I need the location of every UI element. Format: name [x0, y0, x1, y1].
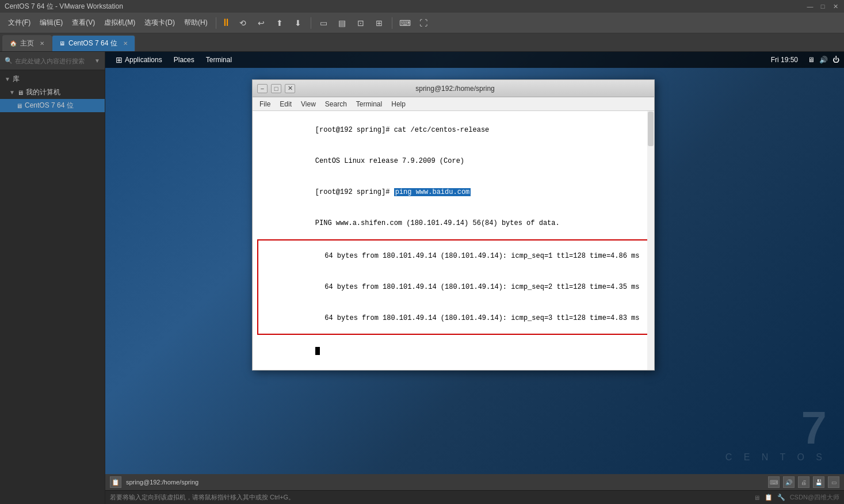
gnome-terminal-menu[interactable]: Terminal: [200, 54, 238, 66]
search-input[interactable]: [15, 58, 92, 64]
term-line-7: 64 bytes from 180.101.49.14 (180.101.49.…: [258, 303, 648, 334]
sidebar-search[interactable]: 🔍 ▼: [0, 52, 105, 70]
gnome-status-icons: 🖥 🔊 ⏻: [808, 52, 839, 68]
statusbar-icon-1[interactable]: ⌨: [768, 476, 780, 488]
terminal-maximize-btn[interactable]: □: [271, 84, 281, 93]
statusbar-right: ⌨ 🔊 🖨 💾 ▭: [768, 476, 839, 488]
vmware-title: CentOS 7 64 位 - VMware Workstation: [5, 2, 123, 12]
term-text-6: 64 bytes from 180.101.49.14 (180.101.49.…: [324, 283, 639, 291]
volume-icon[interactable]: 🔊: [819, 56, 828, 64]
toolbar-btn-4[interactable]: ⬇: [290, 15, 306, 31]
search-dropdown-icon[interactable]: ▼: [94, 58, 100, 64]
gnome-places[interactable]: Places: [168, 54, 200, 66]
terminal-title: spring@192:/home/spring: [295, 85, 615, 93]
terminal-menu-label: Terminal: [206, 56, 232, 64]
maximize-btn[interactable]: □: [819, 2, 827, 10]
tab-home[interactable]: 🏠 主页 ✕: [2, 35, 52, 51]
terminal-minimize-btn[interactable]: −: [257, 84, 268, 93]
menu-file[interactable]: 文件(F): [5, 17, 34, 29]
gnome-clock: Fri 19:50: [771, 52, 798, 68]
term-line-4: PING www.a.shifen.com (180.101.49.14) 56…: [257, 208, 650, 239]
toolbar-btn-2[interactable]: ↩: [253, 15, 269, 31]
vmware-toolbar: 文件(F) 编辑(E) 查看(V) 虚拟机(M) 选项卡(D) 帮助(H) ⏸ …: [0, 13, 844, 33]
hint-right-icons: 🖥 📋 🔧 CSDN@四维大师: [754, 493, 839, 502]
bottom-hint: 若要将输入定向到该虚拟机，请将鼠标指针移入其中或按 Ctrl+G。 🖥 📋 🔧 …: [105, 490, 844, 504]
term-text-7: 64 bytes from 180.101.49.14 (180.101.49.…: [324, 314, 639, 322]
centos-desktop[interactable]: ⊞ Applications Places Terminal Fri 19:50…: [105, 52, 844, 474]
menu-vm[interactable]: 虚拟机(M): [101, 17, 139, 29]
term-prompt-3: [root@192 spring]#: [315, 188, 394, 196]
terminal-window: − □ ✕ spring@192:/home/spring File Edit …: [252, 79, 655, 371]
csdn-label: CSDN@四维大师: [790, 493, 839, 502]
minimize-btn[interactable]: —: [806, 2, 814, 10]
hint-right: 🖥 📋 🔧 CSDN@四维大师: [754, 493, 839, 502]
statusbar-icon-2[interactable]: 🔊: [783, 476, 795, 488]
network-icon[interactable]: 🖥: [808, 56, 815, 64]
gnome-applications[interactable]: ⊞ Applications: [110, 53, 168, 67]
power-icon[interactable]: ⏻: [832, 56, 839, 64]
tree-library[interactable]: ▼ 库: [0, 72, 105, 86]
toolbar-sep-3: [392, 17, 392, 29]
applications-label: Applications: [125, 56, 162, 64]
terminal-menu-help[interactable]: Help: [387, 99, 410, 109]
tree-library-label: 库: [13, 74, 20, 84]
centos-watermark-text: C E N T O S: [725, 452, 827, 463]
toolbar-btn-8[interactable]: ⊞: [371, 15, 387, 31]
term-text-5: 64 bytes from 180.101.49.14 (180.101.49.…: [324, 252, 639, 260]
vmware-tabs: 🏠 主页 ✕ 🖥 CentOS 7 64 位 ✕: [0, 33, 844, 52]
term-line-6: 64 bytes from 180.101.49.14 (180.101.49.…: [258, 272, 648, 303]
applications-icon: ⊞: [116, 55, 123, 64]
tab-home-close[interactable]: ✕: [40, 40, 44, 47]
terminal-titlebar: − □ ✕ spring@192:/home/spring: [253, 80, 654, 97]
statusbar-icon-4[interactable]: 💾: [813, 476, 824, 488]
toolbar-btn-3[interactable]: ⬆: [272, 15, 288, 31]
tab-centos[interactable]: 🖥 CentOS 7 64 位 ✕: [52, 35, 135, 51]
pause-icon[interactable]: ⏸: [221, 17, 231, 29]
places-label: Places: [174, 56, 194, 64]
term-cursor-line: [257, 335, 650, 366]
terminal-scrollbar[interactable]: [647, 111, 654, 370]
terminal-cursor: [315, 347, 320, 355]
toolbar-btn-7[interactable]: ⊡: [353, 15, 369, 31]
tree-vm-icon: 🖥: [16, 102, 22, 109]
toolbar-btn-1[interactable]: ⟲: [235, 15, 251, 31]
menu-help[interactable]: 帮助(H): [181, 17, 211, 29]
tab-centos-close[interactable]: ✕: [123, 40, 128, 47]
terminal-scrollbar-thumb: [648, 112, 654, 146]
statusbar-vm-icon[interactable]: 📋: [110, 476, 121, 488]
statusbar-screen-icon[interactable]: ▭: [828, 476, 839, 488]
terminal-menu-view[interactable]: View: [296, 99, 320, 109]
tree-centos[interactable]: 🖥 CentOS 7 64 位: [0, 99, 105, 112]
titlebar-left: CentOS 7 64 位 - VMware Workstation: [5, 2, 123, 12]
vm-statusbar: 📋 spring@192:/home/spring ⌨ 🔊 🖨 💾 ▭: [105, 474, 844, 490]
tree-mycomputer-label: 我的计算机: [26, 87, 60, 97]
taskbar-icon-1: 🖥: [754, 494, 760, 501]
toolbar-btn-console[interactable]: ⌨: [397, 15, 413, 31]
statusbar-label: spring@192:/home/spring: [126, 479, 198, 486]
menu-edit[interactable]: 编辑(E): [36, 17, 66, 29]
tree-computer-expand-icon: ▼: [9, 89, 15, 96]
terminal-menu-edit[interactable]: Edit: [275, 99, 296, 109]
sidebar: 🔍 ▼ ▼ 库 ▼ 🖥 我的计算机 🖥 CentOS 7 64 位: [0, 52, 105, 504]
vmware-window: CentOS 7 64 位 - VMware Workstation — □ ✕…: [0, 0, 844, 504]
tree-mycomputer[interactable]: ▼ 🖥 我的计算机: [0, 86, 105, 99]
menu-tabs[interactable]: 选项卡(D): [141, 17, 178, 29]
gnome-topbar: ⊞ Applications Places Terminal Fri 19:50…: [105, 52, 844, 68]
centos-watermark-number: 7: [801, 405, 827, 451]
terminal-menu-search[interactable]: Search: [320, 99, 352, 109]
terminal-menu-file[interactable]: File: [255, 99, 275, 109]
statusbar-icon-3[interactable]: 🖨: [798, 476, 809, 488]
terminal-close-btn[interactable]: ✕: [285, 84, 295, 93]
main-area: 🔍 ▼ ▼ 库 ▼ 🖥 我的计算机 🖥 CentOS 7 64 位: [0, 52, 844, 504]
term-line-3: [root@192 spring]# ping www.baidu.com: [257, 177, 650, 208]
terminal-body[interactable]: [root@192 spring]# cat /etc/centos-relea…: [253, 111, 654, 370]
terminal-menu-terminal[interactable]: Terminal: [352, 99, 387, 109]
highlight-box: 64 bytes from 180.101.49.14 (180.101.49.…: [257, 239, 650, 335]
toolbar-btn-fullscreen[interactable]: ⛶: [415, 15, 431, 31]
toolbar-btn-5[interactable]: ▭: [316, 15, 332, 31]
toolbar-sep-1: [216, 17, 216, 29]
close-btn[interactable]: ✕: [831, 2, 839, 10]
menu-view[interactable]: 查看(V): [68, 17, 98, 29]
toolbar-btn-6[interactable]: ▤: [334, 15, 350, 31]
hint-text: 若要将输入定向到该虚拟机，请将鼠标指针移入其中或按 Ctrl+G。: [110, 493, 295, 502]
